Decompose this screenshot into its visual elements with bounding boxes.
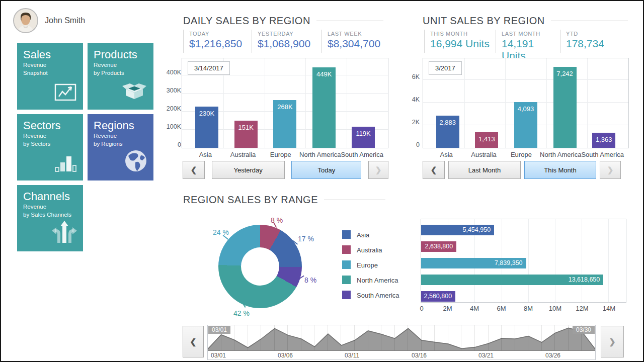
bar-value-label: 449K xyxy=(307,70,341,78)
bar-north-america[interactable]: 449K xyxy=(312,67,336,148)
daily-next-button: ❯ xyxy=(368,161,388,179)
legend-label: North America xyxy=(357,277,398,284)
region-sales-hbar-chart[interactable]: 5,454,950 2,638,800 7,839,350 13,618,650… xyxy=(421,219,626,303)
bar-value-label: 230K xyxy=(190,110,223,117)
x-tick: 03/26 xyxy=(545,352,560,359)
y-tick: 100K xyxy=(167,123,181,130)
yesterday-button[interactable]: Yesterday xyxy=(212,161,285,179)
stat-value: 16,994 Units xyxy=(430,38,496,50)
bar-chart-icon xyxy=(54,152,77,174)
selector-gridlines xyxy=(208,325,595,350)
tile-title: Products xyxy=(94,48,147,61)
legend-label: Asia xyxy=(357,231,369,239)
title-rule xyxy=(324,200,385,200)
x-tick: 12M xyxy=(576,305,588,312)
bar-value-label: 2,638,800 xyxy=(425,241,453,252)
y-tick: 6K xyxy=(412,73,420,80)
bar-asia[interactable]: 230K xyxy=(195,107,218,148)
title-rule xyxy=(316,21,383,21)
section-title-text: UNIT SALES BY REGION xyxy=(423,15,545,27)
this-month-button[interactable]: This Month xyxy=(524,161,596,179)
x-label: Australia xyxy=(465,151,502,158)
stat-this-month: THIS MONTH 16,994 Units xyxy=(424,30,496,53)
range-prev-button[interactable]: ❮ xyxy=(183,326,204,357)
bar-value-label: 4,093 xyxy=(509,105,542,113)
range-selector[interactable]: 03/01 03/30 03/01 03/06 03/11 03/16 03/2… xyxy=(207,325,596,360)
legend-swatch xyxy=(342,245,351,254)
x-tick: 03/21 xyxy=(478,352,494,359)
donut-label-north-america: 42 % xyxy=(233,309,250,317)
daily-chart-x-labels: Asia Australia Europe North America Sout… xyxy=(182,151,388,158)
stat-value: $8,304,700 xyxy=(328,38,387,50)
donut-label-south-america: 8 % xyxy=(304,276,316,284)
legend-item-asia: Asia xyxy=(342,229,408,244)
range-start-handle[interactable]: 03/01 xyxy=(208,326,230,334)
bar-europe[interactable]: 4,093 xyxy=(514,102,537,148)
x-label: North America xyxy=(540,151,581,158)
daily-sales-stats: TODAY $1,216,850 YESTERDAY $1,068,900 LA… xyxy=(183,30,387,53)
tile-title: Channels xyxy=(23,190,77,203)
daily-nav-buttons: ❮ Yesterday Today ❯ xyxy=(183,161,388,179)
bar-north-america[interactable]: 7,242 xyxy=(553,67,577,148)
stat-value: $1,216,850 xyxy=(189,38,252,50)
tile-subtitle: Revenue xyxy=(94,132,147,140)
tile-products[interactable]: Products Revenue by Products xyxy=(88,43,153,110)
bar-australia[interactable]: 151K xyxy=(234,121,258,148)
hbar-europe[interactable]: 7,839,350 xyxy=(421,258,526,268)
leader-line xyxy=(242,302,246,308)
tile-sectors[interactable]: Sectors Revenue by Sectors xyxy=(17,114,83,180)
x-tick: 03/06 xyxy=(278,352,293,359)
hbar-x-axis: 0 2M 4M 6M 8M 10M 12M 14M xyxy=(421,305,626,313)
bar-south-america[interactable]: 119K xyxy=(352,127,375,148)
section-title-text: DAILY SALES BY REGION xyxy=(183,15,310,27)
line-chart-icon xyxy=(54,81,77,104)
x-tick: 4M xyxy=(470,305,479,312)
legend-label: South America xyxy=(357,292,399,299)
bar-asia[interactable]: 2,883 xyxy=(436,116,459,148)
y-tick: 200K xyxy=(167,105,181,112)
tile-channels[interactable]: Channels Revenue by Sales Channels xyxy=(17,185,83,251)
hbar-australia[interactable]: 2,638,800 xyxy=(421,241,456,252)
legend-label: Australia xyxy=(357,246,382,254)
x-tick: 14M xyxy=(603,305,615,312)
bar-value-label: 268K xyxy=(268,103,301,111)
bar-value-label: 1,363 xyxy=(587,136,620,143)
legend-swatch xyxy=(342,260,351,269)
range-next-button[interactable]: ❯ xyxy=(601,326,624,357)
daily-sales-section-title: DAILY SALES BY REGION xyxy=(183,15,383,27)
tile-subtitle: Revenue xyxy=(23,61,77,69)
donut-hole xyxy=(241,247,279,286)
x-tick: 0 xyxy=(420,305,423,312)
stat-today: TODAY $1,216,850 xyxy=(183,30,252,53)
bar-value-label: 13,618,650 xyxy=(569,275,600,285)
region-share-donut-chart[interactable]: 8 % 17 % 8 % 42 % 24 % xyxy=(218,225,302,308)
stat-label: YTD xyxy=(566,31,620,37)
bar-south-america[interactable]: 1,363 xyxy=(592,133,615,148)
y-tick: 400K xyxy=(167,69,181,76)
bar-value-label: 7,839,350 xyxy=(495,258,523,268)
x-label: South America xyxy=(581,151,624,158)
hbar-north-america[interactable]: 13,618,650 xyxy=(421,275,603,285)
stat-last-week: LAST WEEK $8,304,700 xyxy=(321,30,387,53)
last-month-button[interactable]: Last Month xyxy=(448,161,521,179)
tile-subtitle: by Products xyxy=(94,69,147,77)
range-end-handle[interactable]: 03/30 xyxy=(573,326,595,334)
unit-prev-button[interactable]: ❮ xyxy=(423,161,445,179)
legend-item-europe: Europe xyxy=(342,259,408,275)
bar-value-label: 1,413 xyxy=(470,135,503,143)
dashboard-window: John Smith Sales Revenue Snapshot Produc… xyxy=(0,0,644,362)
daily-prev-button[interactable]: ❮ xyxy=(183,161,205,179)
open-box-icon xyxy=(121,80,147,104)
legend-label: Europe xyxy=(357,261,378,269)
tile-sales[interactable]: Sales Revenue Snapshot xyxy=(17,43,83,110)
today-button[interactable]: Today xyxy=(291,161,361,179)
unit-sales-section-title: UNIT SALES BY REGION xyxy=(423,15,628,27)
tile-regions[interactable]: Regions Revenue by Regions xyxy=(88,114,153,180)
bar-europe[interactable]: 268K xyxy=(273,100,296,148)
x-label: North America xyxy=(299,151,341,158)
user-name: John Smith xyxy=(45,16,85,25)
unit-nav-buttons: ❮ Last Month This Month ❯ xyxy=(423,161,621,179)
hbar-south-america[interactable]: 2,560,800 xyxy=(421,291,455,302)
hbar-asia[interactable]: 5,454,950 xyxy=(421,225,494,235)
bar-australia[interactable]: 1,413 xyxy=(475,132,498,148)
